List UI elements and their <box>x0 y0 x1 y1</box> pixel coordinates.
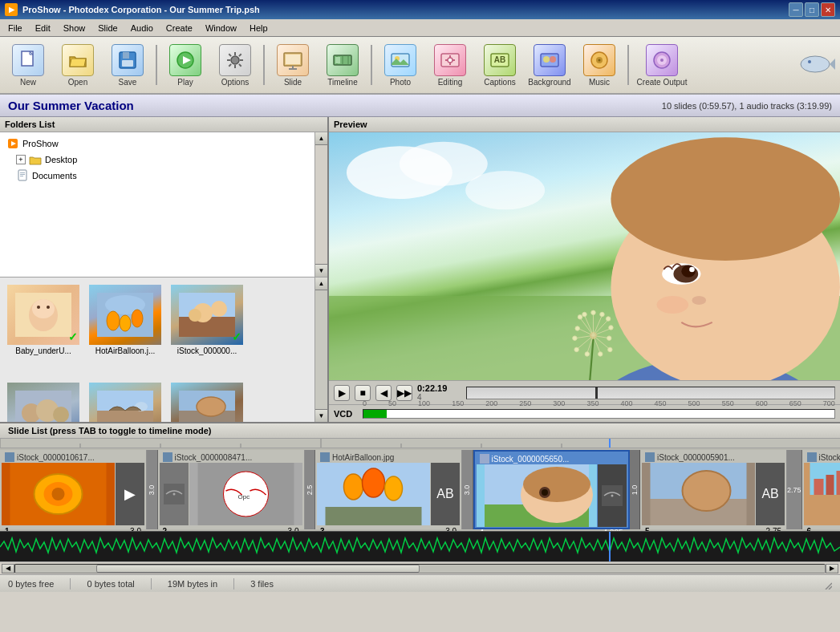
svg-point-26 <box>550 56 556 63</box>
open-button[interactable]: Open <box>55 41 101 89</box>
play-button[interactable]: Play <box>162 41 209 89</box>
slides-container[interactable]: iStock_0000010617... ▶ 1 3.0 3.0 iStock_… <box>0 448 840 531</box>
file-thumb-0[interactable]: ✓ Baby_underU... <box>3 281 83 377</box>
file-thumb-2[interactable]: ✓ iStock_000000... <box>167 281 247 377</box>
options-button[interactable]: Options <box>212 41 258 89</box>
tree-label-desktop: Desktop <box>45 155 77 164</box>
svg-point-152 <box>523 467 590 502</box>
h-scroll-thumb[interactable] <box>96 565 420 573</box>
status-sep-3 <box>233 578 234 589</box>
back-ctrl-button[interactable]: ◀ <box>375 385 392 401</box>
slide-item-6[interactable]: iStock_0000 6 4.0 <box>802 450 840 529</box>
file-thumb-5[interactable]: ✓ iStock_000000... <box>167 379 247 422</box>
slide-item-5[interactable]: iStock_0000005901... AB 5 2.75 <box>640 450 787 529</box>
svg-rect-131 <box>5 452 14 462</box>
background-button[interactable]: Background <box>526 41 573 89</box>
svg-line-171 <box>826 583 832 589</box>
tree-item-desktop[interactable]: + Desktop <box>3 152 311 168</box>
title-controls[interactable]: ─ □ ✕ <box>789 2 835 17</box>
svg-point-118 <box>599 352 603 356</box>
scroll-left-button[interactable]: ◀ <box>2 564 14 573</box>
slide-list-header: Slide List (press TAB to toggle to timel… <box>0 423 840 439</box>
files-scrollbar[interactable]: ▲ ▼ <box>314 278 327 422</box>
file-thumb-3[interactable]: ✓ iStock_000000... <box>3 379 83 422</box>
status-memory: 19M bytes in <box>168 579 217 589</box>
h-scroll-track[interactable] <box>14 564 826 573</box>
music-button[interactable]: Music <box>576 41 623 89</box>
fwd-ctrl-button[interactable]: ▶▶ <box>396 385 412 401</box>
tree-item-documents[interactable]: Documents <box>3 168 311 184</box>
slide-item-3[interactable]: HotAirBalloon.jpg AB 3 3.0 <box>315 450 462 529</box>
transition-1-2[interactable]: 3.0 <box>147 450 158 529</box>
stop-ctrl-button[interactable]: ■ <box>355 385 371 401</box>
slide-1-content: ▶ <box>2 463 144 525</box>
transition-5-6[interactable]: 2.75 <box>787 450 802 529</box>
transition-4-5[interactable]: 1.0 <box>630 450 641 529</box>
slide-5-footer: 5 2.75 <box>642 525 785 531</box>
folders-scrollbar[interactable]: ▲ ▼ <box>314 132 327 277</box>
save-button[interactable]: Save <box>104 41 151 89</box>
slide-item-2[interactable]: iStock_0000008471... Opc 2 3.0 <box>158 450 305 529</box>
new-label: New <box>20 78 36 87</box>
menu-create[interactable]: Create <box>161 22 197 34</box>
files-section: ✓ Baby_underU... HotAirBalloon.j... <box>0 278 327 422</box>
menu-help[interactable]: Help <box>245 22 273 34</box>
svg-point-147 <box>385 476 403 500</box>
slide-5-content: AB <box>642 463 785 525</box>
tree-label-proshow: ProShow <box>22 139 59 148</box>
captions-button[interactable]: AB Captions <box>477 41 523 89</box>
menu-file[interactable]: File <box>3 22 27 34</box>
timeline-slider[interactable] <box>466 387 835 399</box>
slide-button[interactable]: Slide <box>270 41 316 89</box>
svg-rect-15 <box>335 57 340 63</box>
menu-edit[interactable]: Edit <box>30 22 55 34</box>
menu-show[interactable]: Show <box>59 22 91 34</box>
tree-item-proshow[interactable]: ProShow <box>3 136 311 152</box>
file-thumb-4[interactable]: iStock_000000... <box>85 379 165 422</box>
close-button[interactable]: ✕ <box>821 2 835 17</box>
svg-point-55 <box>211 301 227 317</box>
scroll-right-button[interactable]: ▶ <box>826 564 838 573</box>
resize-grip[interactable] <box>819 577 832 591</box>
h-scrollbar[interactable]: ◀ ▶ <box>0 561 840 574</box>
slide-2-content: Opc <box>160 463 302 525</box>
svg-rect-166 <box>836 471 840 495</box>
timeline-button[interactable]: Timeline <box>319 41 366 89</box>
background-label: Background <box>528 78 570 87</box>
slide-label: Slide <box>284 78 302 87</box>
transition-3-4[interactable]: 3.0 <box>462 450 473 529</box>
vcd-progress-area[interactable]: 0501001502002503003504004505005506006507… <box>363 409 835 419</box>
new-button[interactable]: New <box>5 41 51 89</box>
menu-window[interactable]: Window <box>201 22 241 34</box>
svg-point-44 <box>32 299 55 318</box>
desktop-expand[interactable]: + <box>16 155 26 164</box>
transition-2-3[interactable]: 2.5 <box>305 450 316 529</box>
photo-button[interactable]: Photo <box>377 41 424 89</box>
vcd-progress-bar[interactable] <box>363 409 835 419</box>
create-output-button[interactable]: Create Output <box>634 41 690 89</box>
menu-slide[interactable]: Slide <box>93 22 122 34</box>
toolbar: New Open Save Play Options Slide <box>0 37 840 95</box>
slide-1-name: iStock_0000010617... <box>17 453 95 462</box>
right-panel: Preview <box>329 117 840 422</box>
svg-point-56 <box>189 309 201 322</box>
editing-button[interactable]: Editing <box>427 41 473 89</box>
svg-rect-40 <box>20 174 25 175</box>
create-output-label: Create Output <box>637 78 688 87</box>
files-grid[interactable]: ✓ Baby_underU... HotAirBalloon.j... <box>0 278 314 422</box>
folders-tree[interactable]: ProShow + Desktop Documents <box>0 132 314 277</box>
maximize-button[interactable]: □ <box>805 2 819 17</box>
slide-item-4[interactable]: iStock_0000005650... 4 4.325 <box>473 450 630 529</box>
minimize-button[interactable]: ─ <box>789 2 803 17</box>
play-ctrl-button[interactable]: ▶ <box>334 385 350 401</box>
menu-audio[interactable]: Audio <box>126 22 158 34</box>
status-sep-2 <box>151 578 152 589</box>
slide-item-1[interactable]: iStock_0000010617... ▶ 1 3.0 <box>0 450 147 529</box>
file-label-0: Baby_underU... <box>15 346 71 355</box>
slide-3-header: HotAirBalloon.jpg <box>317 452 460 463</box>
preview-canvas <box>329 132 840 380</box>
file-thumb-1[interactable]: HotAirBalloon.j... <box>85 281 165 377</box>
slide-6-header: iStock_0000 <box>804 452 840 463</box>
svg-point-81 <box>465 171 545 209</box>
vcd-markers: 0501001502002503003504004505005506006507… <box>363 399 835 407</box>
